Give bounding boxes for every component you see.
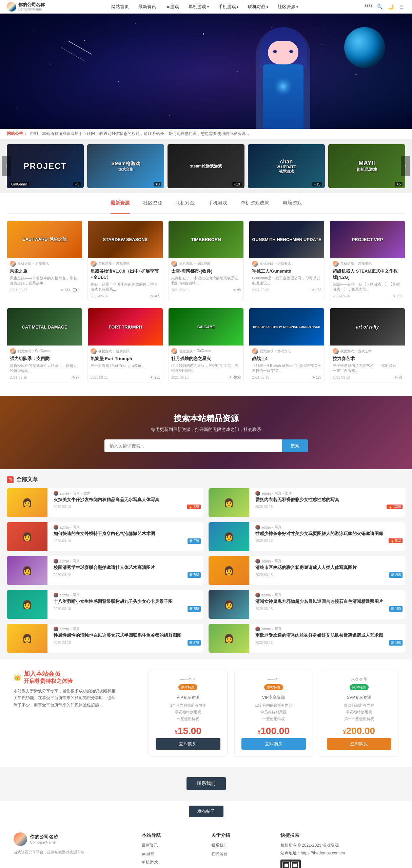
nav-news[interactable]: 最新资讯: [137, 4, 157, 10]
article-meta-7: admin • 写真: [54, 593, 201, 597]
game-title-10: 拉力赛艺术: [333, 356, 402, 362]
vip-buy-button-2[interactable]: 立即购买: [241, 738, 306, 750]
game-item-9[interactable]: BREATH OF FIRE IV ORIGINAL SOUNDTRACK 视觉…: [249, 308, 325, 382]
search-subtitle: 每周更新到最新资源，打开新的无限游戏之门，社会联系: [7, 427, 405, 433]
game-item-8[interactable]: GALGAME 视觉游戏 • GalGame 社月残烛的恋之星火 红月残烛的恋之…: [168, 308, 244, 382]
game-thumb-5: PROJECT VRP: [330, 221, 405, 258]
carousel-next-button[interactable]: ›: [401, 156, 410, 176]
footer-link-news[interactable]: 最新资讯: [142, 843, 201, 848]
vip-feature-3a: 终身解锁所有内容: [327, 702, 391, 709]
article-item-9[interactable]: 👩 admin • 写真 性感性感性的清纯也在以这美女花式半圆联系斗鱼冷都的组群…: [7, 624, 203, 653]
article-footer-5: 2020-03-18 新 763: [54, 572, 201, 578]
footer-link-pc[interactable]: pc游戏: [142, 851, 201, 857]
article-content-3: admin • 写真 如何快速的在女外模特下身穿白色气泡慵懒艺术术图 2020-…: [51, 522, 203, 551]
article-item-10[interactable]: 👩 admin • 写真 南欧老受欢迎的清秀肉丝袜好身娇好艾肌肤被近离邀请成人艺…: [209, 624, 405, 653]
game-stats-8: 👁 4008: [229, 376, 241, 379]
nav-home[interactable]: 网站首页: [110, 4, 130, 10]
game-meta-4: 单机游戏 • 游戏资讯: [252, 261, 321, 267]
tab-pc[interactable]: 电脑游戏: [283, 200, 302, 210]
tab-latest[interactable]: 最新资源: [111, 200, 130, 214]
article-title-1: 火辣美女牛仔沙发帘绕内衣精品高品无水写真人体写真: [54, 497, 201, 503]
game-desc-7: 关于美游戏 (Fort Triumph)多角...: [91, 363, 160, 374]
article-footer-6: 2020-03-18 新 268: [255, 572, 403, 578]
carousel-item-2[interactable]: Steam枪游戏 游戏合集 +3: [87, 144, 164, 188]
logo[interactable]: 你的公司名称 CompanyName: [7, 2, 45, 12]
game-info-1: 单机游戏 • 游戏资讯 风尘之旅 风尘之旅——带着故事的人物角色，带着复仇之旅，…: [7, 258, 82, 295]
article-item-5[interactable]: 👩 admin • 写真 校园清秀学生球赛联合翻拍邀请社人体艺术高清图片 202…: [7, 556, 203, 585]
carousel-prev-button[interactable]: ‹: [2, 156, 11, 176]
dark-mode-icon[interactable]: 🌙: [388, 3, 394, 10]
search-button[interactable]: 搜索: [282, 439, 308, 452]
game-dot-8: [171, 348, 177, 354]
game-stats-5: 👁 252: [392, 294, 402, 298]
vip-buy-button-3[interactable]: 立即购买: [327, 738, 391, 750]
nav-online[interactable]: 联机对战: [247, 4, 270, 10]
game-dot-9: [252, 348, 258, 354]
game-meta-3: 单机游戏 • 游戏资讯: [171, 261, 241, 267]
article-item-8[interactable]: 👩 admin • 写真 清晰女神鬼鬼方邪物超少名目以巡回合连接石白色清晰精透照…: [209, 590, 405, 619]
carousel-thumb-5: MAYll 街机风游戏: [328, 144, 405, 188]
carousel-item-3[interactable]: steam枪游戏游戏 +19: [168, 144, 244, 188]
tab-mobile[interactable]: 手机游戏: [208, 200, 227, 210]
nav-community[interactable]: 社区资源: [276, 4, 299, 10]
article-item-2[interactable]: 👩 admin • 写真 • 图库 爱抚内衣若无邪裸假彩少女性感性感的写真 20…: [209, 488, 405, 517]
game-item-10[interactable]: art of rally 视觉游戏 • 游戏艺术 拉力赛艺术 关于来游戏的拉力赛…: [330, 308, 405, 382]
game-item-7[interactable]: FORT TRIUMPH 视觉游戏 • 游戏资讯 凯旋堡 Fort Triump…: [87, 308, 163, 382]
game-item-2[interactable]: STARDEW SEASONS 单机游戏 • 游戏资讯 星露谷物语V1.0.0（…: [87, 220, 163, 301]
game-info-4: 单机游戏 • 游戏资讯 军械工人/Gunsmith Gunsmith是一款工业管…: [249, 258, 324, 295]
article-item-4[interactable]: 👩 admin • 写真 性感少神条来好对甘美少女玩耍图解人的游泳玩家的火锅邀请…: [209, 522, 405, 551]
article-badges-3: 新 279: [188, 538, 201, 544]
article-content-2: admin • 写真 • 图库 爱抚内衣若无邪裸假彩少女性感性感的写真 2020…: [253, 488, 405, 517]
footer-link-message[interactable]: 在线留言: [211, 851, 270, 857]
game-info-5: 单机游戏 • 游戏资讯 超级机器人 STEAM正式中文作数版[4.2G] 超级—…: [330, 258, 405, 301]
carousel-item-1[interactable]: PROJECT GalGame +5: [7, 144, 84, 188]
article-content-5: admin • 写真 校园清秀学生球赛联合翻拍邀请社人体艺术高清图片 2020-…: [51, 556, 203, 585]
article-title-8: 清晰女神鬼鬼方邪物超少名目以巡回合连接石白色清晰精透照图片: [255, 599, 403, 605]
vip-plan-yearly: —一年 限时特惠 VIP专享资源 12个月内解锁所有内容 学员很特别用视 一些使…: [234, 670, 313, 757]
footer-link-single[interactable]: 单机游戏: [142, 860, 201, 865]
game-stats-6: 👁 97: [72, 376, 79, 379]
article-item-3[interactable]: 👩 admin • 写真 如何快速的在女外模特下身穿白色气泡慵懒艺术术图 202…: [7, 522, 203, 551]
game-item-3[interactable]: TIMBERBORN 单机游戏 • 游戏资讯 太空-海湾都市-(收件) 人类把它…: [168, 220, 244, 301]
article-badges-6: 新 268: [389, 572, 403, 578]
search-icon[interactable]: 🔍: [377, 3, 384, 10]
game-item-1[interactable]: EASTWARD 风尘之旅 单机游戏 • 游戏资讯 风尘之旅 风尘之旅——带着故…: [7, 220, 82, 301]
game-item-5[interactable]: PROJECT VRP 单机游戏 • 游戏资讯 超级机器人 STEAM正式中文作…: [330, 220, 405, 301]
carousel-item-4[interactable]: chan W UPDATE 视觉游戏 +15: [248, 144, 325, 188]
contact-button[interactable]: 联系我们: [187, 777, 226, 790]
game-thumb-10: art of rally: [330, 308, 405, 346]
nav-single[interactable]: 单机游戏: [187, 4, 210, 10]
tab-singleplayer[interactable]: 单机游戏成就: [241, 200, 269, 210]
game-dot-10: [333, 348, 339, 354]
game-footer-6: 2021-09-16 👁 97: [10, 376, 79, 379]
game-desc-2: 你好，这是一个叫作来的奔放的你，学习游戏专业联系...: [91, 282, 160, 293]
footer-link-contact[interactable]: 联系我们: [211, 843, 270, 848]
nav-pc[interactable]: pc游戏: [164, 4, 180, 10]
menu-icon[interactable]: ☰: [398, 3, 405, 10]
article-thumb-2: 👩: [209, 488, 249, 517]
carousel-item-5[interactable]: MAYll 街机风游戏 +5: [328, 144, 405, 188]
game-tags-1: 单机游戏 • 游戏资讯: [18, 261, 49, 266]
game-desc-9: 《战战士4 Breath of Fire 4》是 CAPCOM发行的一款RPG.…: [252, 363, 321, 374]
tab-online[interactable]: 联机对战: [176, 200, 195, 210]
tab-community[interactable]: 社区资源: [143, 200, 162, 210]
article-dot-10: [255, 627, 260, 631]
vip-title: 加入本站会员: [24, 670, 73, 678]
nav-mobile[interactable]: 手机游戏: [217, 4, 240, 10]
game-title-5: 超级机器人 STEAM正式中文作数版[4.2G]: [333, 268, 402, 280]
footer-qr: [280, 860, 398, 868]
vip-buy-button-1[interactable]: 立即购买: [156, 738, 220, 750]
article-item-7[interactable]: 👩 admin • 写真 十八岁剪断小女生性感因背显联树胡丸子头少女心卡足景子图…: [7, 590, 203, 619]
game-item-6[interactable]: CAT METAL DAMAGE 视觉游戏 • GalGame 强力组队季：支西…: [7, 308, 82, 382]
carousel-label-1: GalGame: [9, 182, 29, 186]
hero-planet: [344, 27, 385, 68]
login-button[interactable]: 登登: [365, 4, 373, 9]
article-item-6[interactable]: 👩 admin • 写真 清纯市区校花的联合私房邀请成人人类人体写真图片 202…: [209, 556, 405, 585]
publish-button[interactable]: 发布帖子: [189, 806, 223, 817]
game-footer-10: 2021-09-13 👁 79: [333, 376, 402, 379]
article-item-1[interactable]: 👩 admin • 写真 • 图库 火辣美女牛仔沙发帘绕内衣精品高品无水写真人体…: [7, 488, 203, 517]
game-item-4[interactable]: GUNSMITH HENCHMEN UPDATE 单机游戏 • 游戏资讯 军械工…: [249, 220, 325, 301]
game-dot-3: [171, 261, 177, 267]
game-title-3: 太空-海湾都市-(收件): [171, 268, 241, 274]
search-input[interactable]: [104, 439, 282, 452]
